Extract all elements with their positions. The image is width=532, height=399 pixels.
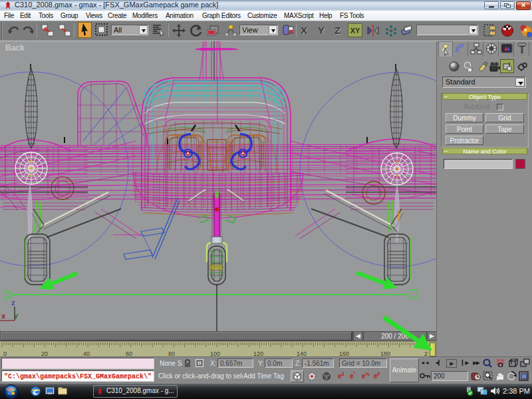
svg-text:z: z (11, 299, 15, 307)
svg-text:x: x (1, 312, 6, 320)
svg-text:Back: Back (5, 43, 25, 53)
svg-text:y: y (14, 311, 19, 319)
